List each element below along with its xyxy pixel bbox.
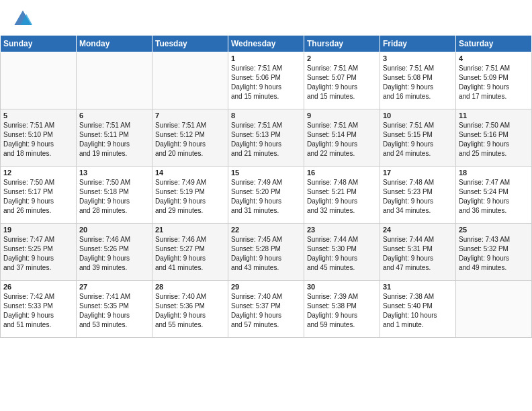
day-number: 29 — [231, 283, 301, 291]
calendar-cell: 31Sunrise: 7:38 AM Sunset: 5:40 PM Dayli… — [380, 281, 456, 338]
day-info: Sunrise: 7:41 AM Sunset: 5:35 PM Dayligh… — [79, 292, 149, 330]
day-number: 22 — [231, 226, 301, 234]
day-info: Sunrise: 7:44 AM Sunset: 5:31 PM Dayligh… — [383, 235, 453, 273]
day-info: Sunrise: 7:51 AM Sunset: 5:10 PM Dayligh… — [3, 121, 73, 158]
day-info: Sunrise: 7:50 AM Sunset: 5:18 PM Dayligh… — [79, 178, 149, 216]
day-info: Sunrise: 7:46 AM Sunset: 5:26 PM Dayligh… — [79, 235, 149, 273]
day-number: 14 — [155, 169, 225, 177]
calendar-week-row: 12Sunrise: 7:50 AM Sunset: 5:17 PM Dayli… — [1, 167, 532, 224]
calendar-table: SundayMondayTuesdayWednesdayThursdayFrid… — [0, 35, 532, 338]
calendar-cell: 16Sunrise: 7:48 AM Sunset: 5:21 PM Dayli… — [304, 167, 380, 224]
day-info: Sunrise: 7:43 AM Sunset: 5:32 PM Dayligh… — [459, 235, 529, 273]
day-info: Sunrise: 7:50 AM Sunset: 5:16 PM Dayligh… — [459, 121, 529, 158]
day-number: 4 — [459, 54, 529, 62]
weekday-header: Tuesday — [152, 36, 228, 52]
day-info: Sunrise: 7:51 AM Sunset: 5:11 PM Dayligh… — [79, 121, 149, 158]
calendar-cell: 26Sunrise: 7:42 AM Sunset: 5:33 PM Dayli… — [1, 281, 77, 338]
day-number: 30 — [307, 283, 377, 291]
calendar-cell: 1Sunrise: 7:51 AM Sunset: 5:06 PM Daylig… — [228, 52, 304, 109]
calendar-cell — [456, 281, 532, 338]
day-info: Sunrise: 7:47 AM Sunset: 5:25 PM Dayligh… — [3, 235, 73, 273]
weekday-header-row: SundayMondayTuesdayWednesdayThursdayFrid… — [1, 36, 532, 52]
calendar-cell: 23Sunrise: 7:44 AM Sunset: 5:30 PM Dayli… — [304, 224, 380, 281]
day-info: Sunrise: 7:51 AM Sunset: 5:15 PM Dayligh… — [383, 121, 453, 158]
calendar-cell: 18Sunrise: 7:47 AM Sunset: 5:24 PM Dayli… — [456, 167, 532, 224]
day-info: Sunrise: 7:50 AM Sunset: 5:17 PM Dayligh… — [3, 178, 73, 216]
day-number: 11 — [459, 111, 529, 120]
calendar-cell: 10Sunrise: 7:51 AM Sunset: 5:15 PM Dayli… — [380, 109, 456, 167]
day-number: 10 — [383, 111, 453, 120]
calendar-cell: 20Sunrise: 7:46 AM Sunset: 5:26 PM Dayli… — [77, 224, 152, 281]
day-info: Sunrise: 7:49 AM Sunset: 5:20 PM Dayligh… — [231, 178, 301, 216]
calendar-week-row: 1Sunrise: 7:51 AM Sunset: 5:06 PM Daylig… — [1, 52, 532, 109]
day-number: 20 — [79, 226, 149, 234]
day-info: Sunrise: 7:51 AM Sunset: 5:09 PM Dayligh… — [459, 64, 529, 101]
weekday-header: Friday — [380, 36, 456, 52]
weekday-header: Monday — [77, 36, 152, 52]
calendar-cell: 11Sunrise: 7:50 AM Sunset: 5:16 PM Dayli… — [456, 109, 532, 167]
day-info: Sunrise: 7:44 AM Sunset: 5:30 PM Dayligh… — [307, 235, 377, 273]
day-info: Sunrise: 7:47 AM Sunset: 5:24 PM Dayligh… — [459, 178, 529, 216]
calendar-cell: 21Sunrise: 7:46 AM Sunset: 5:27 PM Dayli… — [152, 224, 228, 281]
calendar-cell: 24Sunrise: 7:44 AM Sunset: 5:31 PM Dayli… — [380, 224, 456, 281]
calendar-cell: 19Sunrise: 7:47 AM Sunset: 5:25 PM Dayli… — [1, 224, 77, 281]
day-info: Sunrise: 7:51 AM Sunset: 5:06 PM Dayligh… — [231, 64, 301, 101]
day-info: Sunrise: 7:48 AM Sunset: 5:23 PM Dayligh… — [383, 178, 453, 216]
calendar-cell: 3Sunrise: 7:51 AM Sunset: 5:08 PM Daylig… — [380, 52, 456, 109]
day-info: Sunrise: 7:51 AM Sunset: 5:12 PM Dayligh… — [155, 121, 225, 158]
calendar-cell: 29Sunrise: 7:40 AM Sunset: 5:37 PM Dayli… — [228, 281, 304, 338]
calendar-cell: 28Sunrise: 7:40 AM Sunset: 5:36 PM Dayli… — [152, 281, 228, 338]
day-info: Sunrise: 7:48 AM Sunset: 5:21 PM Dayligh… — [307, 178, 377, 216]
weekday-header: Saturday — [456, 36, 532, 52]
day-number: 3 — [383, 54, 453, 62]
day-info: Sunrise: 7:42 AM Sunset: 5:33 PM Dayligh… — [3, 292, 73, 330]
day-number: 12 — [3, 169, 73, 177]
day-number: 1 — [231, 54, 301, 62]
day-number: 9 — [307, 111, 377, 120]
calendar-cell: 4Sunrise: 7:51 AM Sunset: 5:09 PM Daylig… — [456, 52, 532, 109]
day-number: 23 — [307, 226, 377, 234]
calendar-cell: 27Sunrise: 7:41 AM Sunset: 5:35 PM Dayli… — [77, 281, 152, 338]
calendar-cell: 22Sunrise: 7:45 AM Sunset: 5:28 PM Dayli… — [228, 224, 304, 281]
calendar-cell — [77, 52, 152, 109]
calendar-cell: 6Sunrise: 7:51 AM Sunset: 5:11 PM Daylig… — [77, 109, 152, 167]
day-info: Sunrise: 7:40 AM Sunset: 5:37 PM Dayligh… — [231, 292, 301, 330]
day-info: Sunrise: 7:51 AM Sunset: 5:14 PM Dayligh… — [307, 121, 377, 158]
day-number: 21 — [155, 226, 225, 234]
day-number: 13 — [79, 169, 149, 177]
calendar-cell: 17Sunrise: 7:48 AM Sunset: 5:23 PM Dayli… — [380, 167, 456, 224]
logo — [12, 8, 36, 30]
logo-icon — [12, 8, 34, 30]
calendar-cell: 25Sunrise: 7:43 AM Sunset: 5:32 PM Dayli… — [456, 224, 532, 281]
day-number: 8 — [231, 111, 301, 120]
day-info: Sunrise: 7:46 AM Sunset: 5:27 PM Dayligh… — [155, 235, 225, 273]
calendar-cell: 5Sunrise: 7:51 AM Sunset: 5:10 PM Daylig… — [1, 109, 77, 167]
day-number: 17 — [383, 169, 453, 177]
day-number: 7 — [155, 111, 225, 120]
header — [0, 0, 532, 35]
calendar-cell: 12Sunrise: 7:50 AM Sunset: 5:17 PM Dayli… — [1, 167, 77, 224]
day-info: Sunrise: 7:51 AM Sunset: 5:07 PM Dayligh… — [307, 64, 377, 101]
page: SundayMondayTuesdayWednesdayThursdayFrid… — [0, 0, 532, 411]
day-number: 19 — [3, 226, 73, 234]
day-number: 5 — [3, 111, 73, 120]
day-info: Sunrise: 7:40 AM Sunset: 5:36 PM Dayligh… — [155, 292, 225, 330]
weekday-header: Wednesday — [228, 36, 304, 52]
day-number: 24 — [383, 226, 453, 234]
calendar-cell — [1, 52, 77, 109]
day-info: Sunrise: 7:49 AM Sunset: 5:19 PM Dayligh… — [155, 178, 225, 216]
day-number: 27 — [79, 283, 149, 291]
day-info: Sunrise: 7:39 AM Sunset: 5:38 PM Dayligh… — [307, 292, 377, 330]
day-info: Sunrise: 7:51 AM Sunset: 5:13 PM Dayligh… — [231, 121, 301, 158]
calendar-cell: 9Sunrise: 7:51 AM Sunset: 5:14 PM Daylig… — [304, 109, 380, 167]
day-number: 18 — [459, 169, 529, 177]
calendar-cell: 7Sunrise: 7:51 AM Sunset: 5:12 PM Daylig… — [152, 109, 228, 167]
calendar-cell: 14Sunrise: 7:49 AM Sunset: 5:19 PM Dayli… — [152, 167, 228, 224]
day-number: 28 — [155, 283, 225, 291]
day-number: 6 — [79, 111, 149, 120]
day-number: 25 — [459, 226, 529, 234]
day-number: 15 — [231, 169, 301, 177]
day-number: 16 — [307, 169, 377, 177]
weekday-header: Sunday — [1, 36, 77, 52]
weekday-header: Thursday — [304, 36, 380, 52]
